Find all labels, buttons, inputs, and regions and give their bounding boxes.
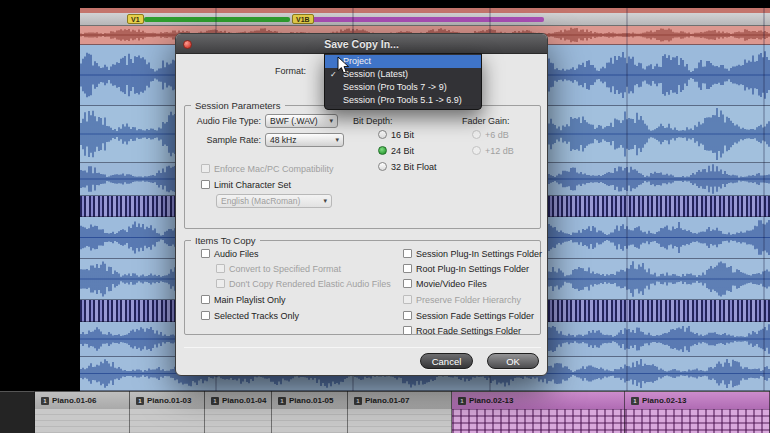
root-plugin-settings-checkbox-row[interactable]: Root Plug-In Settings Folder	[403, 263, 529, 274]
audio-file-type-label: Audio File Type:	[185, 116, 261, 126]
clip-region[interactable]	[130, 409, 205, 433]
clip-header[interactable]: 1Piano.02-13	[452, 391, 625, 409]
clip-region[interactable]	[0, 409, 35, 433]
clip-header-row: 1Piano.01-06 1Piano.01-03 1Piano.01-04 1…	[0, 391, 770, 409]
root-fade-settings-checkbox-row[interactable]: Root Fade Settings Folder	[403, 325, 521, 336]
radio-icon	[472, 130, 481, 139]
dropdown-arrow-icon: ▾	[330, 136, 339, 144]
checkbox-icon	[201, 180, 210, 189]
checkbox-icon	[403, 249, 412, 258]
checkbox-icon	[403, 264, 412, 273]
clip-header[interactable]: 1Piano.01-04	[205, 391, 272, 409]
session-plugin-settings-checkbox-row[interactable]: Session Plug-In Settings Folder	[403, 248, 542, 259]
checkbox-icon	[403, 295, 412, 304]
close-button[interactable]	[183, 40, 192, 49]
dont-copy-elastic-checkbox-row: Don't Copy Rendered Elastic Audio Files	[216, 278, 391, 289]
fader-gain-12db-option: +12 dB	[472, 145, 514, 156]
format-label: Format:	[246, 66, 306, 76]
clip-badge-icon: 1	[278, 397, 286, 405]
convert-to-format-checkbox-row: Convert to Specified Format	[216, 263, 341, 274]
dropdown-arrow-icon: ▾	[318, 197, 327, 205]
checkbox-icon	[403, 311, 412, 320]
clip-badge-icon: 1	[458, 397, 466, 405]
session-fade-settings-checkbox-row[interactable]: Session Fade Settings Folder	[403, 310, 534, 321]
midi-clip-region[interactable]	[452, 409, 625, 433]
button-separator	[184, 347, 541, 348]
pro-tools-screen: V1 V1B 1Piano.01-06 1Piano.01-03 1Piano.…	[0, 0, 770, 433]
check-icon: ✓	[330, 68, 337, 81]
cancel-button[interactable]: Cancel	[420, 353, 473, 369]
clip-header[interactable]: 1Piano.01-05	[272, 391, 348, 409]
midi-clip-region[interactable]	[625, 409, 770, 433]
radio-icon	[378, 162, 387, 171]
movie-video-files-checkbox-row[interactable]: Movie/Video Files	[403, 278, 487, 289]
items-to-copy-group: Items To Copy Audio Files Convert to Spe…	[184, 240, 541, 335]
checkbox-icon	[403, 326, 412, 335]
clip-region[interactable]	[272, 409, 348, 433]
clip-track-strip: 1Piano.01-06 1Piano.01-03 1Piano.01-04 1…	[0, 391, 770, 433]
clip-header[interactable]	[0, 391, 35, 409]
checkbox-icon	[201, 311, 210, 320]
bit-depth-24-option[interactable]: 24 Bit	[378, 145, 414, 156]
checkbox-icon	[201, 164, 210, 173]
audio-file-type-dropdown[interactable]: BWF (.WAV) ▾	[265, 114, 338, 128]
audio-files-checkbox-row[interactable]: Audio Files	[201, 248, 259, 259]
clip-region[interactable]	[348, 409, 452, 433]
radio-icon	[378, 130, 387, 139]
character-set-dropdown: English (MacRoman) ▾	[216, 194, 332, 208]
enforce-mac-pc-checkbox-row: Enforce Mac/PC Compatibility	[201, 163, 334, 174]
clip-badge-icon: 1	[354, 397, 362, 405]
save-copy-in-dialog: Save Copy In... Format: Session Paramete…	[175, 33, 548, 376]
sample-rate-dropdown[interactable]: 48 kHz ▾	[265, 133, 344, 147]
fader-gain-label: Fader Gain:	[462, 116, 510, 126]
marker-range-purple	[312, 17, 544, 22]
radio-selected-icon	[378, 146, 387, 155]
dropdown-arrow-icon: ▾	[324, 117, 333, 125]
limit-character-set-checkbox-row[interactable]: Limit Character Set	[201, 179, 291, 190]
menu-item-session-7-9[interactable]: Session (Pro Tools 7 -> 9)	[325, 81, 481, 94]
fader-gain-6db-option: +6 dB	[472, 129, 509, 140]
items-to-copy-legend: Items To Copy	[191, 235, 260, 246]
clip-header[interactable]: 1Piano.01-03	[130, 391, 205, 409]
clip-header[interactable]: 1Piano.01-06	[35, 391, 130, 409]
memory-marker-v1[interactable]: V1	[127, 14, 144, 24]
checkbox-icon	[216, 264, 225, 273]
checkbox-icon	[201, 295, 210, 304]
checkbox-icon	[201, 249, 210, 258]
clip-badge-icon: 1	[136, 397, 144, 405]
clip-badge-icon: 1	[211, 397, 219, 405]
preserve-folder-hierarchy-checkbox-row: Preserve Folder Hierarchy	[403, 294, 521, 305]
dialog-titlebar[interactable]: Save Copy In...	[176, 34, 547, 54]
clip-header[interactable]: 1Piano.01-07	[348, 391, 452, 409]
timeline-ruler[interactable]: V1 V1B	[80, 13, 770, 26]
clip-header[interactable]: 1Piano.02-13	[625, 391, 770, 409]
clip-body-row	[0, 409, 770, 433]
bit-depth-32float-option[interactable]: 32 Bit Float	[378, 161, 437, 172]
sample-rate-label: Sample Rate:	[185, 135, 261, 145]
session-parameters-legend: Session Parameters	[191, 100, 285, 111]
clip-badge-icon: 1	[631, 397, 639, 405]
menu-item-session-51-69[interactable]: Session (Pro Tools 5.1 -> 6.9)	[325, 94, 481, 107]
clip-region[interactable]	[205, 409, 272, 433]
session-parameters-group: Session Parameters Audio File Type: BWF …	[184, 105, 541, 229]
checkbox-icon	[216, 279, 225, 288]
clip-region[interactable]	[35, 409, 130, 433]
memory-marker-v1b[interactable]: V1B	[292, 14, 314, 24]
ok-button[interactable]: OK	[487, 353, 539, 369]
bit-depth-16-option[interactable]: 16 Bit	[378, 129, 414, 140]
clip-badge-icon: 1	[41, 397, 49, 405]
main-playlist-only-checkbox-row[interactable]: Main Playlist Only	[201, 294, 286, 305]
marker-range-green	[144, 17, 290, 22]
mouse-cursor-icon	[337, 56, 351, 75]
radio-icon	[472, 146, 481, 155]
checkbox-icon	[403, 279, 412, 288]
bit-depth-label: Bit Depth:	[353, 116, 393, 126]
selected-tracks-only-checkbox-row[interactable]: Selected Tracks Only	[201, 310, 299, 321]
